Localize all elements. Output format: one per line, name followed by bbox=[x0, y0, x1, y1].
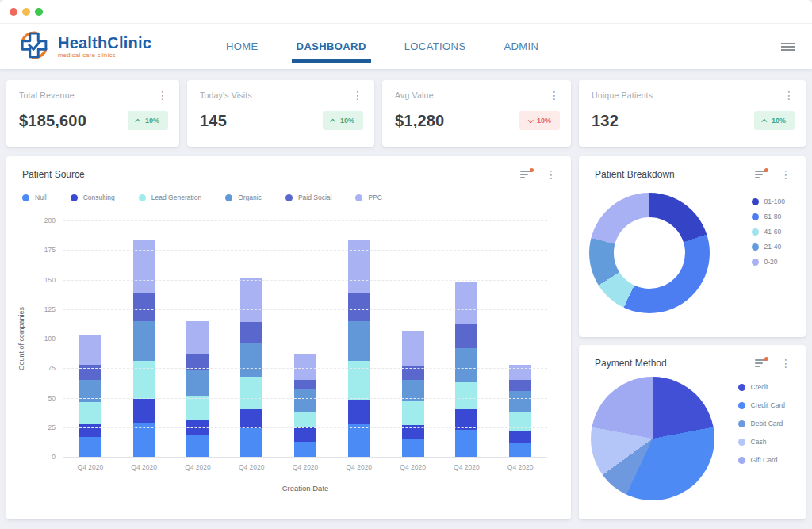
bar-segment-ppc bbox=[402, 331, 424, 366]
legend-dot-icon bbox=[752, 213, 759, 220]
legend-label: 81-100 bbox=[764, 197, 785, 205]
filter-icon[interactable] bbox=[755, 359, 768, 369]
bar-segment-ppc bbox=[133, 240, 155, 293]
kpi-card: Avg Value⋮$1,28010% bbox=[382, 80, 571, 147]
gridline bbox=[63, 220, 547, 221]
kpi-card: Total Revenue⋮$185,60010% bbox=[6, 80, 179, 147]
stacked-bar[interactable] bbox=[294, 354, 316, 457]
gridline bbox=[63, 339, 547, 339]
chart-title: Payment Method bbox=[595, 358, 667, 369]
kebab-menu-icon[interactable]: ⋮ bbox=[157, 90, 168, 100]
hamburger-icon[interactable] bbox=[781, 41, 795, 52]
stacked-bar[interactable] bbox=[402, 331, 424, 457]
kebab-menu-icon[interactable]: ⋮ bbox=[546, 170, 557, 179]
close-window-icon[interactable] bbox=[10, 8, 17, 16]
bar-segment-lead-generation bbox=[186, 396, 209, 420]
gridline bbox=[63, 368, 547, 369]
y-tick-label: 50 bbox=[48, 394, 56, 402]
kpi-label: Today's Visits bbox=[200, 90, 252, 100]
legend-dot-icon bbox=[71, 194, 78, 201]
filter-icon[interactable] bbox=[755, 171, 768, 180]
pie-legend-item: Debit Card bbox=[738, 420, 785, 427]
stacked-bar[interactable] bbox=[133, 240, 155, 457]
bar-chart-legend: NullConsultingLead GenerationOrganicPaid… bbox=[6, 194, 571, 201]
gridline bbox=[63, 457, 547, 458]
nav-item-home[interactable]: HOME bbox=[224, 33, 260, 60]
bar-segment-organic bbox=[455, 348, 477, 382]
bar-legend-item: Null bbox=[22, 194, 47, 201]
bar-segment-ppc bbox=[509, 365, 531, 380]
kebab-menu-icon[interactable]: ⋮ bbox=[352, 90, 363, 100]
stacked-bar[interactable] bbox=[79, 335, 102, 457]
logo-cross-icon bbox=[17, 29, 51, 65]
nav-item-locations[interactable]: LOCATIONS bbox=[403, 33, 468, 60]
bar-segment-ppc bbox=[294, 354, 316, 380]
pie-chart[interactable] bbox=[591, 377, 714, 500]
app-title: HealthClinic bbox=[58, 35, 151, 51]
bar-segment-ppc bbox=[455, 282, 477, 325]
legend-dot-icon bbox=[752, 243, 759, 251]
y-tick-label: 125 bbox=[44, 305, 56, 313]
legend-label: Credit Card bbox=[751, 401, 785, 409]
y-tick-label: 200 bbox=[44, 217, 56, 224]
minimize-window-icon[interactable] bbox=[22, 8, 30, 16]
bar-chart-plot: Count of companies 025507510012515017520… bbox=[17, 220, 547, 457]
bar-segment-paid-social bbox=[240, 322, 262, 343]
bar-legend-item: Paid Social bbox=[285, 194, 332, 201]
stacked-bar[interactable] bbox=[509, 365, 531, 457]
x-tick-label: Q4 2020 bbox=[117, 463, 171, 471]
bar-segment-consulting bbox=[348, 400, 370, 424]
legend-dot-icon bbox=[22, 194, 29, 201]
kebab-menu-icon[interactable]: ⋮ bbox=[783, 90, 795, 100]
stacked-bar[interactable] bbox=[348, 240, 370, 457]
bar-segment-consulting bbox=[294, 427, 316, 442]
kpi-label: Total Revenue bbox=[19, 90, 75, 100]
y-tick-label: 75 bbox=[48, 364, 56, 372]
legend-dot-icon bbox=[139, 194, 146, 201]
legend-label: 61-80 bbox=[764, 213, 782, 220]
stacked-bar[interactable] bbox=[455, 282, 477, 457]
bar-segment-paid-social bbox=[348, 293, 370, 320]
bar-segment-consulting bbox=[509, 431, 531, 443]
legend-label: Credit bbox=[751, 383, 769, 391]
gridline bbox=[63, 250, 547, 251]
kpi-delta-badge: 10% bbox=[754, 111, 795, 130]
y-tick-label: 100 bbox=[44, 335, 56, 343]
bar-segment-paid-social bbox=[294, 380, 316, 389]
patient-breakdown-card: Patient Breakdown ⋮ 81-10061-8041-6021-4… bbox=[579, 156, 806, 337]
kpi-delta-value: 10% bbox=[340, 117, 354, 125]
donut-chart[interactable] bbox=[589, 193, 710, 313]
stacked-bar[interactable] bbox=[240, 278, 262, 457]
kebab-menu-icon[interactable]: ⋮ bbox=[549, 90, 560, 100]
kpi-delta-value: 10% bbox=[772, 117, 786, 125]
bar-segment-organic bbox=[133, 321, 155, 362]
bar-segment-ppc bbox=[186, 321, 209, 355]
legend-dot-icon bbox=[738, 439, 745, 446]
kebab-menu-icon[interactable]: ⋮ bbox=[780, 170, 791, 179]
kpi-delta-badge: 10% bbox=[128, 111, 168, 130]
bar-segment-null bbox=[509, 443, 531, 457]
kpi-value: 132 bbox=[592, 112, 619, 130]
logo[interactable]: HealthClinic medical care clinics bbox=[17, 29, 151, 65]
y-tick-label: 25 bbox=[48, 424, 56, 431]
legend-label: Organic bbox=[238, 194, 262, 201]
bar-segment-null bbox=[186, 435, 209, 457]
maximize-window-icon[interactable] bbox=[35, 8, 43, 16]
pie-legend-item: Cash bbox=[738, 438, 785, 446]
x-tick-label: Q4 2020 bbox=[63, 463, 117, 471]
legend-dot-icon bbox=[752, 198, 759, 205]
x-axis-ticks: Q4 2020Q4 2020Q4 2020Q4 2020Q4 2020Q4 20… bbox=[63, 463, 547, 471]
stacked-bar[interactable] bbox=[186, 321, 209, 457]
kpi-value: 145 bbox=[200, 112, 227, 130]
nav-item-dashboard[interactable]: DASHBOARD bbox=[295, 33, 368, 60]
nav-item-admin[interactable]: ADMIN bbox=[502, 33, 540, 60]
legend-label: Debit Card bbox=[751, 420, 783, 427]
bar-segment-lead-generation bbox=[294, 412, 316, 427]
kebab-menu-icon[interactable]: ⋮ bbox=[780, 358, 791, 368]
bar-segment-lead-generation bbox=[348, 361, 370, 400]
kpi-label: Avg Value bbox=[395, 90, 434, 100]
filter-icon[interactable] bbox=[520, 171, 533, 180]
legend-label: 41-60 bbox=[764, 228, 782, 236]
bar-segment-organic bbox=[79, 380, 102, 402]
x-tick-label: Q4 2020 bbox=[278, 463, 332, 471]
